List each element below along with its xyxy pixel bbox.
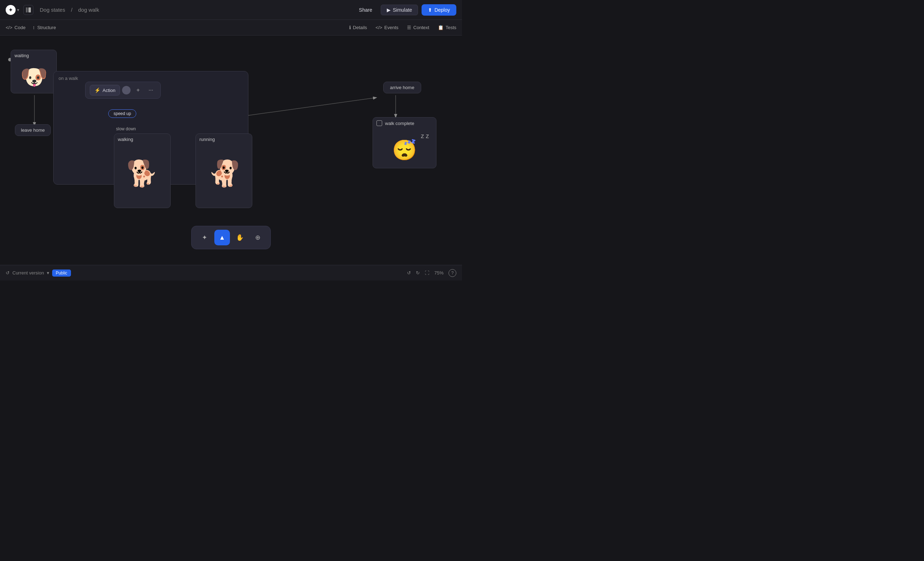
logo-icon: ✦ xyxy=(6,5,16,15)
code-tab[interactable]: </> Code xyxy=(6,25,26,30)
breadcrumb: Dog states / dog walk xyxy=(38,7,101,13)
history-icon: ↺ xyxy=(6,270,10,275)
events-tab[interactable]: </> Events xyxy=(375,25,399,30)
state-waiting[interactable]: waiting 🐶 xyxy=(10,50,57,93)
public-badge: Public xyxy=(52,269,71,277)
state-walking[interactable]: walking 🐕 xyxy=(114,134,171,208)
toolbar-right: ℹ Details </> Events ☰ Context 📋 Tests xyxy=(349,25,456,30)
deploy-upload-icon: ⬆ xyxy=(428,7,432,13)
details-tab[interactable]: ℹ Details xyxy=(349,25,367,30)
toolbar-left: </> Code ⫶ Structure xyxy=(6,25,56,30)
waiting-label: waiting xyxy=(11,50,56,61)
walk-complete-icon xyxy=(376,120,382,126)
undo-button[interactable]: ↺ xyxy=(407,270,411,275)
deploy-button[interactable]: ⬆ Deploy xyxy=(422,4,456,16)
slow-down-transition[interactable]: slow down xyxy=(116,126,136,131)
speed-up-transition[interactable]: speed up xyxy=(108,109,136,118)
action-toolbar: ⚡ Action + ··· xyxy=(85,82,161,99)
panel-toggle-button[interactable] xyxy=(23,5,33,15)
state-running[interactable]: running 🐕 xyxy=(195,134,252,208)
redo-button[interactable]: ↻ xyxy=(416,270,420,275)
simulate-play-icon: ▶ xyxy=(387,7,391,13)
help-button[interactable]: ? xyxy=(448,269,456,277)
state-walk-complete[interactable]: walk complete z z 😴 xyxy=(373,117,436,168)
action-button[interactable]: ⚡ Action xyxy=(90,85,120,96)
cursor-tool-button[interactable]: ▲ xyxy=(214,230,230,245)
version-caret-icon: ▾ xyxy=(47,270,50,275)
status-right: ↺ ↻ ⛶ 75% ? xyxy=(407,269,456,277)
state-arrive-home[interactable]: arrive home xyxy=(383,82,421,93)
walk-complete-header: walk complete xyxy=(373,117,436,129)
details-icon: ℹ xyxy=(349,25,351,30)
sparkle-tool-button[interactable]: ✦ xyxy=(196,230,212,245)
add-state-icon: ⊕ xyxy=(255,234,261,241)
context-tab[interactable]: ☰ Context xyxy=(407,25,429,30)
header: ✦ ▾ Dog states / dog walk Share ▶ Simula… xyxy=(0,0,462,20)
state-leave-home[interactable]: leave home xyxy=(15,124,51,136)
zoom-level[interactable]: 75% xyxy=(434,270,444,275)
header-right: Share ▶ Simulate ⬆ Deploy xyxy=(354,4,456,16)
svg-rect-1 xyxy=(28,8,31,12)
structure-icon: ⫶ xyxy=(33,25,35,30)
running-image: 🐕 xyxy=(196,145,252,202)
running-label: running xyxy=(196,134,252,145)
logo-caret: ▾ xyxy=(17,8,19,12)
lightning-icon: ⚡ xyxy=(94,87,100,93)
action-more-button[interactable]: ··· xyxy=(146,85,156,96)
on-a-walk-label: on a walk xyxy=(54,71,248,81)
hand-tool-button[interactable]: ✋ xyxy=(232,230,248,245)
toolbar-bar: </> Code ⫶ Structure ℹ Details </> Event… xyxy=(0,20,462,36)
walk-complete-image: z z 😴 xyxy=(373,129,436,168)
canvas: waiting 🐶 leave home on a walk walking 🐕… xyxy=(0,36,462,265)
share-button[interactable]: Share xyxy=(354,5,377,15)
status-bar: ↺ Current version ▾ Public ↺ ↻ ⛶ 75% ? xyxy=(0,265,462,281)
walking-image: 🐕 xyxy=(114,145,170,202)
hand-icon: ✋ xyxy=(236,234,244,241)
sparkle-icon: ✦ xyxy=(202,234,207,241)
code-icon: </> xyxy=(6,25,12,30)
cursor-icon: ▲ xyxy=(219,234,225,241)
header-left: ✦ ▾ Dog states / dog walk xyxy=(6,5,101,15)
svg-line-12 xyxy=(248,98,376,116)
walking-label: walking xyxy=(114,134,170,145)
tests-icon: 📋 xyxy=(438,25,444,30)
bottom-toolbar: ✦ ▲ ✋ ⊕ xyxy=(191,226,271,249)
status-left[interactable]: ↺ Current version ▾ Public xyxy=(6,269,71,277)
context-icon: ☰ xyxy=(407,25,411,30)
fit-screen-button[interactable]: ⛶ xyxy=(425,270,429,275)
action-state-circle xyxy=(122,86,130,95)
logo-wrapper[interactable]: ✦ ▾ xyxy=(6,5,19,15)
tests-tab[interactable]: 📋 Tests xyxy=(438,25,456,30)
simulate-button[interactable]: ▶ Simulate xyxy=(381,5,418,15)
action-plus-button[interactable]: + xyxy=(133,85,143,96)
add-state-button[interactable]: ⊕ xyxy=(250,230,266,245)
svg-rect-0 xyxy=(26,8,28,12)
events-icon: </> xyxy=(375,25,382,30)
structure-tab[interactable]: ⫶ Structure xyxy=(33,25,56,30)
waiting-image: 🐶 xyxy=(11,61,56,93)
